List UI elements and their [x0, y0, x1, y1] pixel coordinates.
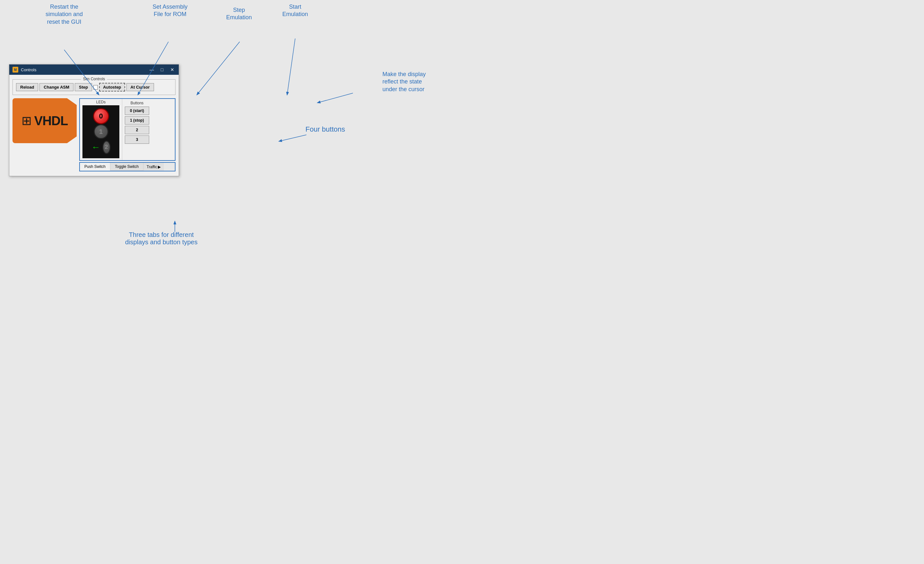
svg-line-2 — [197, 42, 240, 95]
make-display-annotation: Make the display reflect the state under… — [382, 71, 456, 93]
led-2-item: ← 2 — [92, 140, 111, 155]
controls-window: M Controls — □ ✕ Sim Controls Reload Cha… — [9, 64, 179, 176]
start-emulation-annotation: StartEmulation — [274, 3, 316, 18]
main-content: ⊞ VHDL LEDs 0 — [12, 98, 176, 171]
led-arrow-icon: ← — [92, 142, 100, 152]
buttons-panel-label: Buttons — [130, 100, 144, 107]
button-1-stop[interactable]: 1 (stop) — [125, 116, 149, 125]
minimize-button[interactable]: — — [148, 66, 155, 73]
vhdl-text-label: VHDL — [34, 114, 68, 128]
tab-traffic[interactable]: Traffic ▶ — [143, 163, 164, 171]
sim-controls-group: Sim Controls Reload Change ASM Step Auto… — [12, 79, 176, 95]
autostep-area: Autostep — [93, 83, 125, 92]
window-app-icon: M — [12, 67, 18, 72]
window-titlebar: M Controls — □ ✕ — [9, 65, 179, 75]
step-button[interactable]: Step — [75, 83, 92, 91]
svg-line-3 — [287, 39, 295, 95]
set-assembly-annotation: Set Assembly File for ROM — [138, 3, 202, 18]
window-title-area: M Controls — [12, 67, 36, 72]
led-1-circle: 1 — [94, 124, 108, 139]
button-2[interactable]: 2 — [125, 126, 149, 134]
tabs-panel: Push Switch Toggle Switch Traffic ▶ — [79, 162, 176, 171]
step-emulation-annotation: StepEmulation — [218, 6, 260, 21]
led-0-circle: 0 — [93, 108, 109, 124]
right-panel: LEDs 0 1 — [79, 98, 176, 171]
sim-controls-row: Reload Change ASM Step Autostep At Curso… — [16, 83, 172, 92]
reload-button[interactable]: Reload — [16, 83, 38, 91]
svg-line-5 — [279, 135, 306, 141]
window-controls: — □ ✕ — [148, 66, 176, 73]
four-buttons-annotation: Four buttons — [305, 125, 345, 134]
led-2-circle: 2 — [102, 141, 111, 154]
chip-icon: ⊞ — [21, 114, 32, 128]
led-0-item: 0 — [92, 108, 111, 124]
autostep-checkbox[interactable] — [93, 85, 98, 90]
leds-panel: LEDs 0 1 — [80, 99, 122, 160]
button-3[interactable]: 3 — [125, 135, 149, 144]
at-cursor-button[interactable]: At Cursor — [126, 83, 154, 91]
buttons-panel: Buttons 0 (start) 1 (stop) 2 3 — [122, 99, 152, 160]
restore-button[interactable]: □ — [159, 66, 165, 73]
tabs-row: Push Switch Toggle Switch Traffic ▶ — [80, 163, 175, 171]
leds-label: LEDs — [80, 99, 122, 105]
vhdl-logo: ⊞ VHDL — [12, 98, 76, 143]
sim-controls-legend: Sim Controls — [81, 77, 107, 81]
close-button[interactable]: ✕ — [169, 66, 176, 73]
traffic-arrow-icon: ▶ — [158, 165, 161, 169]
tab-push-switch[interactable]: Push Switch — [80, 163, 110, 171]
window-body: Sim Controls Reload Change ASM Step Auto… — [9, 75, 179, 176]
vhdl-logo-inner: ⊞ VHDL — [21, 114, 68, 128]
led-1-item: 1 — [92, 124, 111, 139]
led-buttons-area: LEDs 0 1 — [79, 98, 176, 161]
tab-toggle-switch[interactable]: Toggle Switch — [110, 163, 143, 171]
autostep-button[interactable]: Autostep — [99, 83, 125, 92]
leds-display: 0 1 ← — [82, 105, 119, 158]
three-tabs-annotation: Three tabs for differentdisplays and but… — [125, 231, 198, 246]
change-asm-button[interactable]: Change ASM — [39, 83, 74, 91]
restart-annotation: Restart the simulation and reset the GUI — [29, 3, 99, 26]
window-title-text: Controls — [21, 68, 36, 72]
svg-line-4 — [318, 93, 353, 103]
button-0-start[interactable]: 0 (start) — [125, 107, 149, 115]
